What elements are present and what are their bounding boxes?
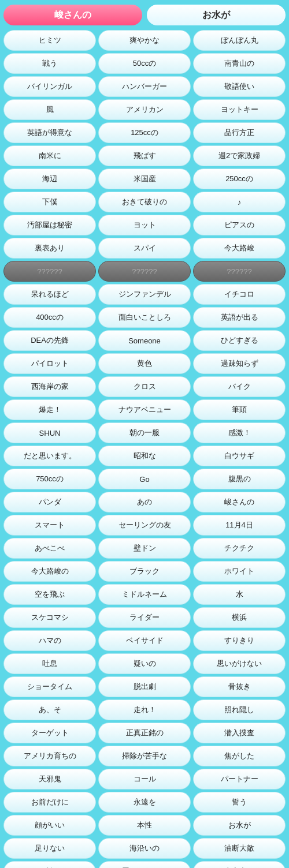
word-pill[interactable]: ぼんぼん丸 xyxy=(193,30,286,51)
word-pill[interactable]: 足りない xyxy=(3,838,96,859)
word-pill[interactable]: 罠にはまった xyxy=(98,861,191,868)
word-pill[interactable]: 腹黒の xyxy=(193,469,286,489)
word-pill[interactable]: 面白いことしろ xyxy=(98,307,191,328)
tab-omizu[interactable]: お水が xyxy=(147,5,286,25)
word-pill[interactable]: 海沿いの xyxy=(98,838,191,859)
word-pill[interactable]: Go xyxy=(98,469,191,489)
word-pill[interactable]: 感激！ xyxy=(193,422,286,443)
word-pill[interactable]: 厄払い xyxy=(3,861,96,868)
word-pill[interactable]: Someone xyxy=(98,330,191,351)
word-pill[interactable]: ヒミツ xyxy=(3,30,96,51)
word-pill[interactable]: 朝の一服 xyxy=(98,422,191,443)
word-pill[interactable]: 11月4日 xyxy=(193,515,286,536)
word-pill[interactable]: 吐息 xyxy=(3,653,96,674)
word-pill[interactable]: ベイサイド xyxy=(98,630,191,651)
word-pill[interactable]: 昭和な xyxy=(98,446,191,466)
word-pill[interactable]: ヨット xyxy=(98,215,191,235)
word-pill[interactable]: 英語が得意な xyxy=(3,122,96,143)
word-pill[interactable]: 爆走！ xyxy=(3,399,96,420)
word-pill[interactable]: おきて破りの xyxy=(98,192,191,212)
word-pill[interactable]: ?????? xyxy=(193,261,286,282)
word-pill[interactable]: 50ccの xyxy=(98,53,191,74)
word-pill[interactable]: 顔がいい xyxy=(3,815,96,836)
word-pill[interactable]: 白ウサギ xyxy=(193,446,286,466)
word-pill[interactable]: 今大路峻 xyxy=(193,238,286,259)
word-pill[interactable]: 壁ドン xyxy=(98,538,191,559)
word-pill[interactable]: 過疎知らず xyxy=(193,353,286,374)
word-pill[interactable]: 筆頭 xyxy=(193,399,286,420)
word-pill[interactable]: ライダー xyxy=(98,607,191,628)
word-pill[interactable]: ショータイム xyxy=(3,676,96,697)
word-pill[interactable]: ジンファンデル xyxy=(98,284,191,305)
word-pill[interactable]: ピアスの xyxy=(193,215,286,235)
word-pill[interactable]: ♪ xyxy=(193,192,286,212)
word-pill[interactable]: 横浜 xyxy=(193,607,286,628)
word-pill[interactable]: スケコマシ xyxy=(3,607,96,628)
word-pill[interactable]: だと思います。 xyxy=(3,446,96,466)
word-pill[interactable]: 掃除が苦手な xyxy=(98,746,191,766)
word-pill[interactable]: パートナー xyxy=(193,769,286,790)
word-pill[interactable]: 思いがけない xyxy=(193,653,286,674)
word-pill[interactable]: 週2で家政婦 xyxy=(193,145,286,166)
word-pill[interactable]: 英語が出る xyxy=(193,307,286,328)
word-pill[interactable]: 正真正銘の xyxy=(98,723,191,743)
word-pill[interactable]: 汚部屋は秘密 xyxy=(3,215,96,235)
word-pill[interactable]: 南青山の xyxy=(193,53,286,74)
word-pill[interactable]: 骨抜き xyxy=(193,676,286,697)
word-pill[interactable]: ターゲット xyxy=(3,723,96,743)
word-pill[interactable]: コール xyxy=(98,769,191,790)
word-pill[interactable]: SHUN xyxy=(3,422,96,443)
word-pill[interactable]: スパイ xyxy=(98,238,191,259)
word-pill[interactable]: ハンバーガー xyxy=(98,76,191,97)
word-pill[interactable]: ミドルネーム xyxy=(98,584,191,605)
word-pill[interactable]: 下僕 xyxy=(3,192,96,212)
word-pill[interactable]: 焦がした xyxy=(193,746,286,766)
word-pill[interactable]: ブラック xyxy=(98,561,191,582)
word-pill[interactable]: ?????? xyxy=(3,261,96,282)
word-pill[interactable]: 250ccの xyxy=(193,169,286,189)
tab-shun[interactable]: 峻さんの xyxy=(3,5,142,25)
word-pill[interactable]: 125ccの xyxy=(98,122,191,143)
word-pill[interactable]: 誓う xyxy=(193,792,286,813)
word-pill[interactable]: お水が xyxy=(193,815,286,836)
word-pill[interactable]: 本性 xyxy=(98,815,191,836)
word-pill[interactable]: 脱出劇 xyxy=(98,676,191,697)
word-pill[interactable]: あべこべ xyxy=(3,538,96,559)
word-pill[interactable]: すりきり xyxy=(193,630,286,651)
word-pill[interactable]: 水 xyxy=(193,584,286,605)
word-pill[interactable]: 今大路峻の xyxy=(3,561,96,582)
word-pill[interactable]: 疑いの xyxy=(98,653,191,674)
word-pill[interactable]: 飛ばす xyxy=(98,145,191,166)
word-pill[interactable]: チクチク xyxy=(193,538,286,559)
word-pill[interactable]: 400ccの xyxy=(3,307,96,328)
word-pill[interactable]: 空を飛ぶ xyxy=(3,584,96,605)
word-pill[interactable]: 戦う xyxy=(3,53,96,74)
word-pill[interactable]: 潜入捜査 xyxy=(193,723,286,743)
word-pill[interactable]: 海辺 xyxy=(3,169,96,189)
word-pill[interactable]: 天邪鬼 xyxy=(3,769,96,790)
word-pill[interactable]: 裏表あり xyxy=(3,238,96,259)
word-pill[interactable]: 油断大敵 xyxy=(193,838,286,859)
word-pill[interactable]: DEAの先鋒 xyxy=(3,330,96,351)
word-pill[interactable]: パイロット xyxy=(3,353,96,374)
word-pill[interactable]: 黄色 xyxy=(98,353,191,374)
word-pill[interactable]: 峻さんの xyxy=(193,492,286,512)
word-pill[interactable]: イチコロ xyxy=(193,284,286,305)
word-pill[interactable]: あ、そ xyxy=(3,699,96,720)
word-pill[interactable]: ホワイト xyxy=(193,561,286,582)
word-pill[interactable]: パンダ xyxy=(3,492,96,512)
word-pill[interactable]: 爽やかな xyxy=(98,30,191,51)
word-pill[interactable]: 真夜中の xyxy=(193,861,286,868)
word-pill[interactable]: セーリングの友 xyxy=(98,515,191,536)
word-pill[interactable]: 品行方正 xyxy=(193,122,286,143)
word-pill[interactable]: アメリカ育ちの xyxy=(3,746,96,766)
word-pill[interactable]: スマート xyxy=(3,515,96,536)
word-pill[interactable]: バイリンガル xyxy=(3,76,96,97)
word-pill[interactable]: ナウアベニュー xyxy=(98,399,191,420)
word-pill[interactable]: 呆れるほど xyxy=(3,284,96,305)
word-pill[interactable]: ?????? xyxy=(98,261,191,282)
word-pill[interactable]: お前だけに xyxy=(3,792,96,813)
word-pill[interactable]: バイク xyxy=(193,376,286,397)
word-pill[interactable]: アメリカン xyxy=(98,99,191,120)
word-pill[interactable]: 西海岸の家 xyxy=(3,376,96,397)
